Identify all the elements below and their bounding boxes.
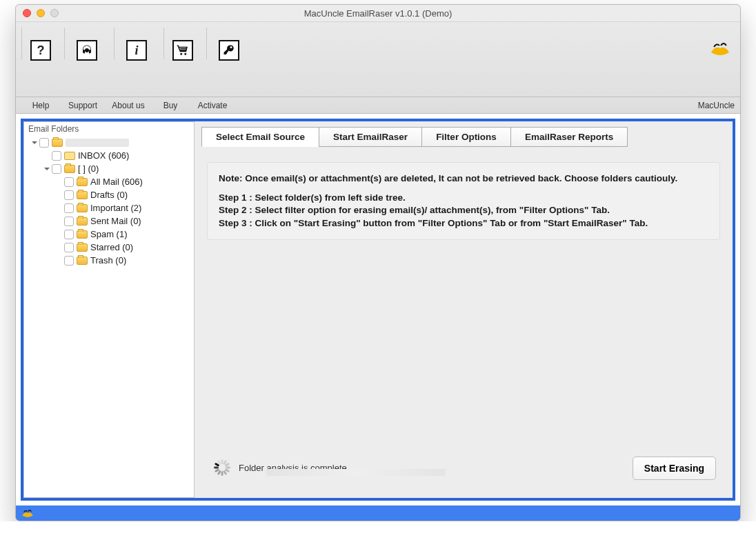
- folder-label: Drafts (0): [90, 190, 128, 200]
- folder-label: Spam (1): [90, 229, 127, 239]
- brand-label: MacUncle: [698, 101, 735, 110]
- tree-item-gmail[interactable]: [ ] (0): [27, 162, 191, 175]
- folder-checkbox[interactable]: [39, 138, 49, 148]
- folder-checkbox[interactable]: [64, 217, 74, 226]
- folder-tree[interactable]: INBOX (606) [ ] (0) All Mail (606): [24, 136, 194, 267]
- progress-bar: [266, 469, 446, 476]
- start-erasing-button[interactable]: Start Erasing: [633, 457, 716, 480]
- tab-body: Note: Once email(s) or attachment(s) are…: [201, 147, 726, 491]
- brand-logo-icon: [710, 40, 730, 57]
- account-name-redacted: [66, 139, 129, 147]
- folder-checkbox[interactable]: [64, 243, 74, 252]
- folder-label: Important (2): [90, 203, 141, 213]
- note-step2: Step 2 : Select filter option for erasin…: [219, 204, 708, 217]
- folder-label: Sent Mail (0): [90, 216, 141, 226]
- about-label: About us: [106, 101, 151, 110]
- headset-icon: [81, 44, 93, 57]
- buy-label: Buy: [151, 101, 190, 110]
- instructions-box: Note: Once email(s) or attachment(s) are…: [207, 162, 720, 240]
- folder-label: Trash (0): [90, 255, 126, 266]
- activate-label: Activate: [190, 101, 235, 110]
- folder-checkbox[interactable]: [64, 190, 74, 200]
- tree-item-inbox[interactable]: INBOX (606): [27, 149, 191, 162]
- note-warning: Note: Once email(s) or attachment(s) are…: [219, 172, 708, 185]
- buy-button[interactable]: [172, 40, 193, 61]
- tree-item-important[interactable]: Important (2): [27, 201, 191, 214]
- tree-item-spam[interactable]: Spam (1): [27, 228, 191, 241]
- folder-icon: [77, 257, 88, 265]
- folder-checkbox[interactable]: [52, 164, 61, 174]
- tree-item-sentmail[interactable]: Sent Mail (0): [27, 214, 191, 228]
- folder-icon: [52, 139, 63, 147]
- help-button[interactable]: ?: [30, 40, 51, 61]
- tab-reports[interactable]: EmailRaser Reports: [510, 127, 628, 147]
- mail-folder-icon: [64, 152, 75, 160]
- folder-icon: [77, 204, 88, 212]
- app-window: MacUncle EmailRaser v1.0.1 (Demo) ? i: [15, 4, 741, 521]
- tree-item-trash[interactable]: Trash (0): [27, 254, 191, 267]
- window-minimize-button[interactable]: [37, 9, 45, 17]
- folder-label: All Mail (606): [90, 177, 143, 187]
- status-row: Folder analysis is complete.: [214, 459, 349, 476]
- tree-item-starred[interactable]: Starred (0): [27, 241, 191, 254]
- bottom-bar: [16, 505, 740, 521]
- folder-icon: [77, 178, 88, 186]
- folder-icon: [77, 217, 88, 226]
- help-label: Help: [21, 101, 60, 110]
- about-button[interactable]: i: [126, 40, 147, 61]
- toolbar: ? i: [16, 21, 740, 97]
- folder-icon: [64, 165, 75, 173]
- brand-mini-icon: [21, 508, 34, 519]
- window-title: MacUncle EmailRaser v1.0.1 (Demo): [16, 8, 740, 19]
- folder-checkbox[interactable]: [64, 177, 74, 187]
- info-icon: i: [135, 43, 138, 58]
- tab-bar: Select Email Source Start EmailRaser Fil…: [201, 127, 726, 147]
- folder-checkbox[interactable]: [64, 230, 74, 239]
- window-zoom-button[interactable]: [50, 9, 59, 17]
- key-icon: [223, 44, 235, 57]
- cart-icon: [177, 44, 189, 57]
- folder-checkbox[interactable]: [64, 203, 74, 213]
- folder-icon: [77, 230, 88, 239]
- folder-checkbox[interactable]: [64, 256, 74, 266]
- activate-button[interactable]: [219, 40, 239, 61]
- window-close-button[interactable]: [23, 9, 31, 17]
- chevron-down-icon[interactable]: [43, 166, 50, 172]
- tree-item-drafts[interactable]: Drafts (0): [27, 188, 191, 201]
- support-button[interactable]: [77, 40, 97, 61]
- folder-label: Starred (0): [90, 242, 133, 252]
- toolbar-labels: Help Support About us Buy Activate MacUn…: [16, 97, 740, 114]
- note-step1: Step 1 : Select folder(s) from left side…: [219, 192, 708, 204]
- folder-label: INBOX (606): [78, 150, 129, 161]
- folder-icon: [77, 191, 88, 199]
- tree-root-account[interactable]: [27, 136, 191, 149]
- tree-item-allmail[interactable]: All Mail (606): [27, 175, 191, 188]
- note-step3: Step 3 : Click on "Start Erasing" button…: [219, 217, 708, 230]
- spinner-icon: [214, 459, 230, 476]
- sidebar-title: Email Folders: [24, 122, 194, 136]
- tab-filter-options[interactable]: Filter Options: [421, 127, 511, 147]
- question-icon: ?: [37, 43, 45, 58]
- tab-select-source[interactable]: Select Email Source: [201, 127, 319, 147]
- folder-checkbox[interactable]: [52, 151, 61, 161]
- tab-start-emailraser[interactable]: Start EmailRaser: [319, 127, 422, 147]
- svg-point-0: [85, 48, 89, 52]
- chevron-down-icon[interactable]: [31, 139, 38, 146]
- titlebar: MacUncle EmailRaser v1.0.1 (Demo): [16, 5, 740, 21]
- folder-label: [ ] (0): [78, 163, 99, 174]
- support-label: Support: [60, 101, 106, 110]
- folder-sidebar: Email Folders INBOX (606): [23, 121, 195, 498]
- folder-icon: [77, 243, 88, 252]
- content-pane: Select Email Source Start EmailRaser Fil…: [195, 121, 733, 498]
